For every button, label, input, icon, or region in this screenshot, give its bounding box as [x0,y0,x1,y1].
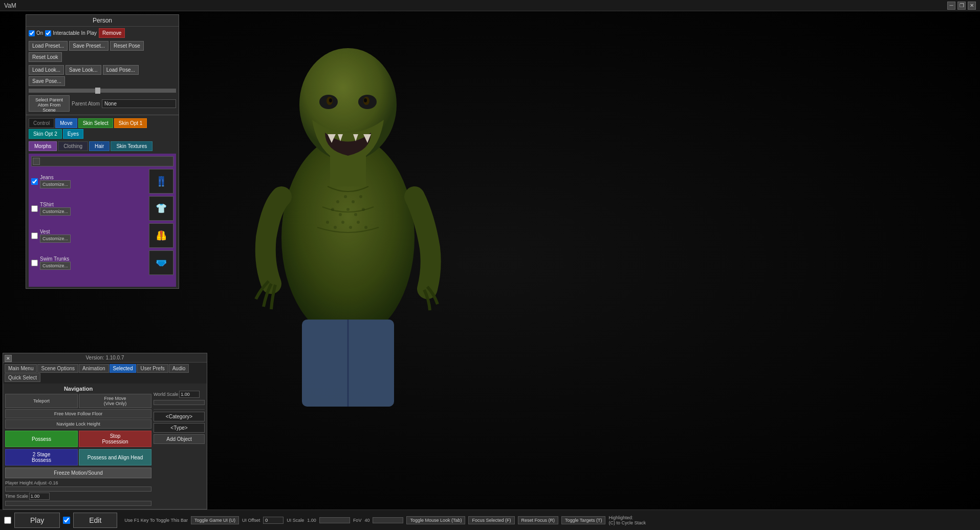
freeze-motion-button[interactable]: Freeze Motion/Sound [5,468,151,478]
sub-tabs: Morphs Clothing Hair Skin Textures [26,140,179,152]
search-icon [33,158,40,165]
restore-button[interactable]: ❐ [957,2,966,10]
tab-control[interactable]: Control [29,118,54,128]
stop-possession-button[interactable]: Stop Possession [79,431,151,447]
bp-tab-animation[interactable]: Animation [79,364,108,373]
tshirt-customize-btn[interactable]: Customize... [40,207,71,216]
tshirt-thumbnail: 👕 [149,196,173,221]
play-checkbox[interactable] [4,517,11,524]
list-item: TShirt Customize... 👕 [31,196,173,221]
bp-tab-quick-select[interactable]: Quick Select [5,373,40,382]
toggle-game-ui-button[interactable]: Toggle Game UI (U) [191,516,239,524]
possess-button[interactable]: Possess [5,431,78,447]
ui-offset-input[interactable] [263,517,284,524]
interactable-checkbox[interactable] [45,30,51,36]
tab-eyes[interactable]: Eyes [63,129,83,139]
search-input[interactable] [41,159,172,164]
bp-tab-selected[interactable]: Selected [110,364,137,373]
parent-atom-input[interactable] [102,99,176,108]
add-object-button[interactable]: Add Object [154,434,205,444]
tab-skin-opt2[interactable]: Skin Opt 2 [29,129,62,139]
jeans-customize-btn[interactable]: Customize... [40,180,71,188]
quick-select-section: World Scale <Category> <Type> Add Object [154,386,205,507]
jeans-checkbox[interactable] [31,178,38,185]
possess-align-head-button[interactable]: Possess and Align Head [79,449,151,465]
tab-skin-opt1[interactable]: Skin Opt 1 [114,118,147,128]
remove-button[interactable]: Remove [99,28,125,38]
fov-slider[interactable] [373,517,403,523]
subtab-hair[interactable]: Hair [89,141,110,151]
navigate-lock-height-button[interactable]: Navigate Lock Height [5,419,151,429]
save-pose-button[interactable]: Save Pose... [29,76,65,86]
two-stage-align-row: 2 Stage Bossess Possess and Align Head [5,449,151,467]
bp-tab-user-prefs[interactable]: User Prefs [137,364,168,373]
load-look-button[interactable]: Load Look... [29,65,64,75]
subtab-skin-textures[interactable]: Skin Textures [111,141,153,151]
subtab-clothing[interactable]: Clothing [58,141,88,151]
time-scale-input[interactable] [29,493,50,500]
close-button[interactable]: ✕ [968,2,976,10]
list-item: Jeans Customize... 👖 [31,169,173,194]
toggle-mouse-look-button[interactable]: Toggle Mouse Look (Tab) [406,516,465,524]
time-scale-slider[interactable] [5,501,151,506]
vest-info: Vest Customize... [40,229,147,243]
vest-checkbox[interactable] [31,232,38,239]
bottom-panel-close-button[interactable]: ✕ [5,355,12,362]
list-item: Vest Customize... 🦺 [31,223,173,248]
list-item: Swim Trunks Customize... 🩲 [31,250,173,275]
swimtrunks-checkbox[interactable] [31,260,38,266]
on-checkbox[interactable] [29,30,35,36]
bp-tab-scene-options[interactable]: Scene Options [37,364,78,373]
bottom-panel-tabs: Main Menu Scene Options Animation Select… [3,363,207,384]
two-stage-possess-button[interactable]: 2 Stage Bossess [5,449,78,465]
swimtrunks-info: Swim Trunks Customize... [40,256,147,270]
nav-grid: Teleport Free Move (Vive Only) Free Move… [5,394,151,429]
panel-title: Person [26,15,179,27]
svg-point-25 [364,226,367,229]
vest-customize-btn[interactable]: Customize... [40,235,71,243]
on-checkbox-label[interactable]: On [29,30,43,36]
category-dropdown[interactable]: <Category> [154,412,205,421]
minimize-button[interactable]: ─ [947,2,955,10]
tshirt-checkbox[interactable] [31,205,38,212]
bottom-panel: ✕ Version: 1.10.0.7 Main Menu Scene Opti… [3,353,207,510]
select-parent-button[interactable]: Select Parent Atom From Scene [29,95,70,112]
edit-checkbox[interactable] [63,517,70,524]
save-look-button[interactable]: Save Look... [66,65,101,75]
tab-skin-select[interactable]: Skin Select [78,118,113,128]
save-preset-button[interactable]: Save Preset... [69,41,108,51]
player-height-slider[interactable] [5,486,151,492]
preset-buttons-row: Load Preset... Save Preset... Reset Pose… [26,39,179,63]
interactable-checkbox-label[interactable]: Interactable In Play [45,30,97,36]
world-scale-slider[interactable] [154,400,205,405]
free-move-follow-floor-button[interactable]: Free Move Follow Floor [5,409,151,418]
qs-divider [154,409,205,410]
teleport-button[interactable]: Teleport [5,394,78,408]
world-scale-input[interactable] [179,391,200,398]
type-dropdown[interactable]: <Type> [154,423,205,433]
possess-stop-row: Possess Stop Possession [5,431,151,448]
reset-focus-button[interactable]: Reset Focus (R) [518,516,559,524]
toggle-targets-button[interactable]: Toggle Targets (T) [561,516,605,524]
jeans-thumbnail: 👖 [149,169,173,194]
tab-move[interactable]: Move [55,118,77,128]
bp-tab-main-menu[interactable]: Main Menu [5,364,37,373]
bp-tab-audio[interactable]: Audio [169,364,189,373]
svg-point-24 [357,221,360,224]
free-move-button[interactable]: Free Move (Vive Only) [79,394,151,408]
person-panel: Person On Interactable In Play Remove Lo… [26,14,179,289]
load-preset-button[interactable]: Load Preset... [29,41,68,51]
swimtrunks-customize-btn[interactable]: Customize... [40,262,71,270]
load-pose-button[interactable]: Load Pose... [103,65,139,75]
reset-pose-button[interactable]: Reset Pose [110,41,144,51]
edit-button[interactable]: Edit [73,513,117,528]
ui-scale-slider[interactable] [319,517,350,523]
vest-name: Vest [40,229,147,235]
focus-selected-button[interactable]: Focus Selected (F) [468,516,514,524]
svg-point-18 [354,213,357,216]
character-viewport [194,23,502,407]
play-button[interactable]: Play [14,513,60,528]
subtab-morphs[interactable]: Morphs [29,141,57,151]
reset-look-button[interactable]: Reset Look [29,52,62,62]
slider-track[interactable] [29,89,176,93]
